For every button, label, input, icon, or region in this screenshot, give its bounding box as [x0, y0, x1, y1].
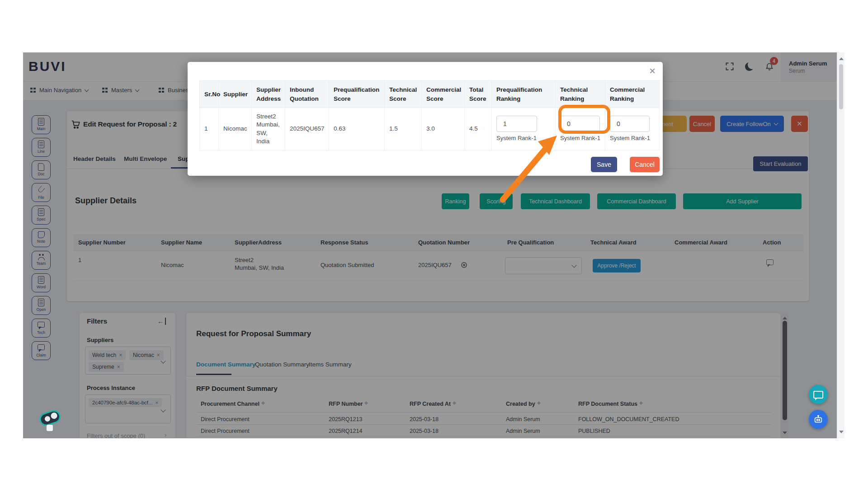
col-technical-score: Technical Score [385, 81, 422, 108]
cell-commercial-score: 3.0 [422, 108, 465, 150]
cell-sr-no: 1 [200, 108, 219, 150]
bot-icon [813, 414, 823, 424]
page-scrollbar[interactable] [837, 52, 844, 438]
chat-bubble-icon [815, 398, 818, 400]
commercial-ranking-input[interactable] [610, 116, 650, 132]
col-prequalification-score: Prequalification Score [329, 81, 385, 108]
app-window: BUVI 4 Admin Serum Serum Main Navigation… [23, 52, 837, 438]
col-inbound-quotation: Inbound Quotation [285, 81, 329, 108]
arrow-annotation [479, 127, 570, 212]
cell-supplier: Nicomac [219, 108, 252, 150]
col-commercial-ranking: Commercial Ranking [605, 81, 660, 108]
cell-prequalification-score: 0.63 [329, 108, 385, 150]
cell-supplier-address: Street2 Mumbai, SW, India [252, 108, 285, 150]
save-button[interactable]: Save [591, 157, 617, 172]
col-supplier: Supplier [219, 81, 252, 108]
scroll-down-icon[interactable] [839, 431, 844, 436]
modal-cancel-button[interactable]: Cancel [630, 157, 660, 172]
col-supplier-address: Supplier Address [252, 81, 285, 108]
bot-fab[interactable] [809, 410, 828, 429]
cell-inbound-quotation: 2025IQU657 [285, 108, 329, 150]
chat-fab[interactable] [809, 385, 828, 404]
cell-commercial-ranking: System Rank-1 [605, 108, 660, 150]
cell-technical-score: 1.5 [385, 108, 422, 150]
page-scrollbar-thumb[interactable] [839, 64, 843, 109]
close-icon[interactable]: × [649, 65, 656, 77]
col-sr-no: Sr.No [200, 81, 219, 108]
col-prequalification-ranking: Prequalification Ranking [492, 81, 556, 108]
scroll-up-icon[interactable] [839, 55, 844, 60]
col-commercial-score: Commercial Score [422, 81, 465, 108]
col-total-score: Total Score [465, 81, 492, 108]
system-rank-label: System Rank-1 [610, 134, 655, 142]
col-technical-ranking: Technical Ranking [556, 81, 605, 108]
robot-mascot[interactable] [36, 404, 65, 435]
